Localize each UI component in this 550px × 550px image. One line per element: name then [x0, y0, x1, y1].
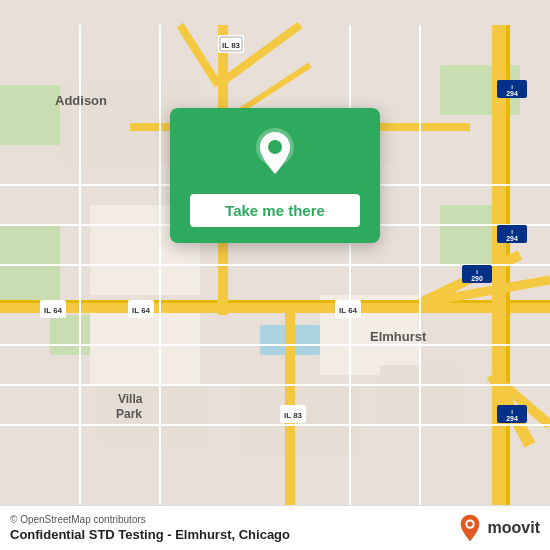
map-container: IL 83 US 20 IL 64 IL 64 IL 64 IL 83 I 29…	[0, 0, 550, 550]
moovit-text: moovit	[488, 519, 540, 537]
svg-rect-16	[0, 300, 550, 303]
svg-point-73	[467, 521, 472, 526]
bottom-bar: © OpenStreetMap contributors Confidentia…	[0, 505, 550, 550]
svg-text:Addison: Addison	[55, 93, 107, 108]
svg-text:294: 294	[506, 90, 518, 97]
svg-text:IL 83: IL 83	[222, 41, 241, 50]
bottom-left: © OpenStreetMap contributors Confidentia…	[10, 514, 290, 542]
svg-text:Villa: Villa	[118, 392, 143, 406]
moovit-pin-icon	[456, 514, 484, 542]
location-card: Take me there	[170, 108, 380, 243]
map-background: IL 83 US 20 IL 64 IL 64 IL 64 IL 83 I 29…	[0, 0, 550, 550]
svg-text:IL 64: IL 64	[132, 306, 151, 315]
map-pin-icon	[248, 126, 302, 180]
svg-text:IL 64: IL 64	[339, 306, 358, 315]
svg-text:294: 294	[506, 235, 518, 242]
osm-credit: © OpenStreetMap contributors	[10, 514, 290, 525]
svg-text:290: 290	[471, 275, 483, 282]
take-me-there-button[interactable]: Take me there	[190, 194, 360, 227]
svg-rect-23	[506, 25, 510, 525]
moovit-logo: moovit	[456, 514, 540, 542]
svg-point-71	[268, 140, 282, 154]
svg-text:IL 83: IL 83	[284, 411, 303, 420]
svg-text:Park: Park	[116, 407, 142, 421]
svg-rect-15	[0, 303, 550, 313]
location-title: Confidential STD Testing - Elmhurst, Chi…	[10, 527, 290, 542]
svg-text:IL 64: IL 64	[44, 306, 63, 315]
svg-text:294: 294	[506, 415, 518, 422]
svg-text:Elmhurst: Elmhurst	[370, 329, 427, 344]
svg-rect-22	[492, 25, 506, 525]
